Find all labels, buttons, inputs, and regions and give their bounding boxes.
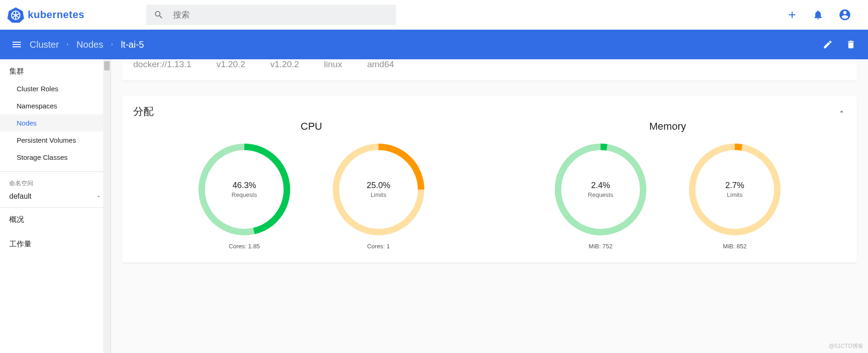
search-box[interactable]	[146, 5, 396, 25]
search-input[interactable]	[173, 10, 389, 20]
sidebar-workloads[interactable]: 工作量	[0, 228, 111, 253]
sidebar-item-nodes[interactable]: Nodes	[0, 114, 111, 132]
node-info-row: docker://1.13.1 v1.20.2 v1.20.2 linux am…	[133, 59, 846, 69]
brand-name: kubernetes	[28, 9, 84, 21]
cpu-requests-footer: Cores: 1.85	[229, 243, 260, 250]
topbar-actions	[787, 8, 861, 21]
layout: 集群 Cluster Roles Namespaces Nodes Persis…	[0, 59, 868, 353]
memory-requests-label: Requests	[588, 191, 614, 198]
topbar: kubernetes	[0, 0, 868, 30]
sidebar-group-cluster: 集群	[0, 59, 111, 80]
cpu-requests-chart: 46.3% Requests Cores: 1.85	[196, 141, 293, 250]
memory-requests-percent: 2.4%	[591, 181, 610, 190]
cpu-limits-label: Limits	[371, 191, 386, 198]
search-icon	[154, 10, 164, 20]
donut: 2.7% Limits	[686, 141, 783, 238]
create-icon[interactable]	[787, 9, 798, 20]
account-icon[interactable]	[838, 8, 851, 21]
donut: 25.0% Limits	[330, 141, 427, 238]
breadcrumb: Cluster Nodes lt-ai-5	[30, 39, 144, 50]
allocation-title: 分配	[133, 105, 154, 119]
hamburger-icon	[11, 39, 22, 50]
crumb-nodes[interactable]: Nodes	[76, 39, 103, 50]
sidebar-item-cluster-roles[interactable]: Cluster Roles	[0, 80, 111, 97]
crumb-cluster[interactable]: Cluster	[30, 39, 59, 50]
info-os: linux	[324, 59, 342, 69]
sidebar-item-namespaces[interactable]: Namespaces	[0, 97, 111, 114]
cpu-limits-percent: 25.0%	[366, 181, 390, 190]
logo[interactable]: kubernetes	[7, 6, 146, 23]
cpu-donuts: 46.3% Requests Cores: 1.85	[133, 141, 490, 250]
sidebar-item-persistent-volumes[interactable]: Persistent Volumes	[0, 132, 111, 149]
namespace-selected: default	[9, 192, 31, 201]
collapse-icon[interactable]	[837, 107, 846, 116]
info-kubelet: v1.20.2	[217, 59, 245, 69]
memory-requests-chart: 2.4% Requests MiB: 752	[552, 141, 649, 250]
node-info-card: docker://1.13.1 v1.20.2 v1.20.2 linux am…	[122, 59, 857, 81]
dropdown-icon	[96, 194, 101, 199]
edit-icon[interactable]	[823, 39, 833, 50]
notifications-icon[interactable]	[812, 9, 824, 20]
donut: 46.3% Requests	[196, 141, 293, 238]
content: docker://1.13.1 v1.20.2 v1.20.2 linux am…	[111, 59, 868, 353]
delete-icon[interactable]	[846, 39, 856, 50]
donut: 2.4% Requests	[552, 141, 649, 238]
sidebar-item-storage-classes[interactable]: Storage Classes	[0, 149, 111, 166]
chevron-right-icon	[65, 41, 70, 48]
cpu-limits-chart: 25.0% Limits Cores: 1	[330, 141, 427, 250]
crumbbar-actions	[823, 39, 861, 50]
allocation-grid: CPU 46.3% Requests	[133, 120, 846, 250]
memory-limits-percent: 2.7%	[725, 181, 744, 190]
card-header: 分配	[133, 105, 846, 119]
memory-donuts: 2.4% Requests MiB: 752	[490, 141, 846, 250]
crumb-current: lt-ai-5	[121, 39, 144, 50]
sidebar-overview[interactable]: 概况	[0, 208, 111, 228]
memory-heading: Memory	[490, 120, 846, 132]
sidebar: 集群 Cluster Roles Namespaces Nodes Persis…	[0, 59, 111, 353]
kubernetes-logo-icon	[7, 6, 24, 23]
cpu-heading: CPU	[133, 120, 490, 132]
cpu-limits-footer: Cores: 1	[367, 243, 390, 250]
scrollbar-track[interactable]	[103, 59, 111, 353]
memory-limits-footer: MiB: 852	[723, 243, 746, 250]
info-arch: amd64	[367, 59, 394, 69]
info-kubeproxy: v1.20.2	[270, 59, 299, 69]
namespace-select[interactable]: default	[0, 189, 111, 208]
info-runtime: docker://1.13.1	[133, 59, 192, 69]
cpu-requests-label: Requests	[232, 191, 257, 198]
memory-limits-chart: 2.7% Limits MiB: 852	[686, 141, 783, 250]
memory-limits-label: Limits	[727, 191, 743, 198]
sidebar-namespace-label: 命名空间	[0, 172, 111, 189]
allocation-memory: Memory 2.4% Requests	[490, 120, 846, 250]
scrollbar-thumb[interactable]	[104, 61, 110, 70]
breadcrumb-bar: Cluster Nodes lt-ai-5	[0, 30, 868, 59]
memory-requests-footer: MiB: 752	[589, 243, 612, 250]
allocation-cpu: CPU 46.3% Requests	[133, 120, 490, 250]
menu-button[interactable]	[7, 39, 26, 50]
cpu-requests-percent: 46.3%	[232, 181, 256, 190]
chevron-right-icon	[110, 41, 114, 48]
allocation-card: 分配 CPU	[122, 95, 857, 263]
watermark: @51CTO博客	[829, 342, 863, 350]
